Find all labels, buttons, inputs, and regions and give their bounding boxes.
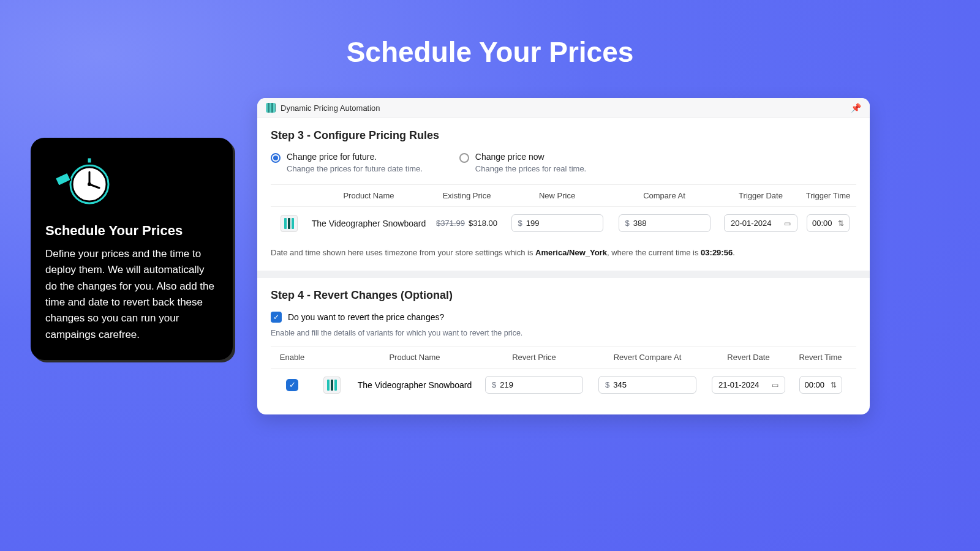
revert-subtext: Enable and fill the details of variants … bbox=[271, 329, 856, 337]
radio-change-future[interactable]: Change price for future. Change the pric… bbox=[271, 152, 423, 173]
dollar-icon: $ bbox=[492, 380, 496, 389]
trigger-time-input[interactable]: 00:00 ⇅ bbox=[807, 214, 850, 232]
step3-panel: Step 3 - Configure Pricing Rules Change … bbox=[257, 118, 870, 271]
step3-table-row: The Videographer Snowboard $371.99 $318.… bbox=[271, 207, 856, 239]
product-thumb-icon bbox=[323, 377, 341, 394]
enable-row-checkbox[interactable]: ✓ bbox=[286, 379, 298, 391]
dollar-icon: $ bbox=[605, 380, 609, 389]
app-window: Dynamic Pricing Automation 📌 Step 3 - Co… bbox=[257, 98, 870, 414]
page-title: Schedule Your Prices bbox=[0, 36, 980, 69]
old-price: $371.99 bbox=[436, 219, 465, 228]
app-title: Dynamic Pricing Automation bbox=[281, 103, 380, 113]
revert-checkbox-label: Do you want to revert the price changes? bbox=[288, 312, 444, 322]
new-price-input[interactable]: $ 199 bbox=[511, 214, 603, 232]
product-name: The Videographer Snowboard bbox=[307, 219, 430, 228]
stepper-icon: ⇅ bbox=[831, 381, 837, 389]
step3-table-header: Product Name Existing Price New Price Co… bbox=[271, 184, 856, 207]
app-header: Dynamic Pricing Automation 📌 bbox=[257, 98, 870, 118]
info-heading: Schedule Your Prices bbox=[45, 223, 218, 239]
dollar-icon: $ bbox=[625, 219, 630, 228]
dollar-icon: $ bbox=[518, 219, 522, 228]
product-thumb-icon bbox=[281, 215, 298, 232]
step4-panel: Step 4 - Revert Changes (Optional) ✓ Do … bbox=[257, 271, 870, 414]
radio-change-now[interactable]: Change price now Change the prices for r… bbox=[459, 152, 586, 173]
step4-table-header: Enable Product Name Revert Price Revert … bbox=[271, 346, 856, 369]
app-logo-icon bbox=[266, 103, 276, 113]
trigger-date-input[interactable]: 20-01-2024 ▭ bbox=[724, 214, 797, 232]
compare-at-input[interactable]: $ 388 bbox=[619, 214, 710, 232]
calendar-icon: ▭ bbox=[784, 219, 791, 228]
radio-on-icon bbox=[271, 153, 281, 163]
revert-checkbox[interactable]: ✓ bbox=[271, 312, 282, 323]
revert-price-input[interactable]: $ 219 bbox=[485, 376, 583, 394]
alarm-clock-icon bbox=[51, 152, 119, 213]
radio-future-label: Change price for future. bbox=[287, 152, 423, 162]
revert-product-name: The Videographer Snowboard bbox=[350, 380, 479, 390]
radio-future-sub: Change the prices for future date time. bbox=[287, 164, 423, 173]
calendar-icon: ▭ bbox=[772, 381, 778, 389]
step4-title: Step 4 - Revert Changes (Optional) bbox=[271, 289, 856, 302]
revert-date-input[interactable]: 21-01-2024 ▭ bbox=[712, 376, 785, 394]
svg-line-7 bbox=[53, 182, 57, 184]
svg-point-5 bbox=[88, 182, 91, 186]
stepper-icon: ⇅ bbox=[838, 219, 844, 228]
radio-off-icon bbox=[459, 153, 469, 163]
info-body: Define your prices and the time to deplo… bbox=[45, 246, 218, 343]
step3-title: Step 3 - Configure Pricing Rules bbox=[271, 129, 856, 142]
step4-table-row: ✓ The Videographer Snowboard $ 219 $ 345 bbox=[271, 369, 856, 401]
radio-now-sub: Change the prices for real time. bbox=[475, 164, 586, 173]
info-card: Schedule Your Prices Define your prices … bbox=[31, 138, 233, 360]
current-price: $318.00 bbox=[469, 219, 497, 228]
revert-compare-input[interactable]: $ 345 bbox=[598, 376, 696, 394]
revert-time-input[interactable]: 00:00 ⇅ bbox=[799, 376, 842, 394]
svg-rect-2 bbox=[87, 157, 92, 163]
timezone-note: Date and time shown here uses timezone f… bbox=[271, 248, 856, 257]
pin-icon[interactable]: 📌 bbox=[851, 103, 861, 113]
radio-now-label: Change price now bbox=[475, 152, 586, 162]
